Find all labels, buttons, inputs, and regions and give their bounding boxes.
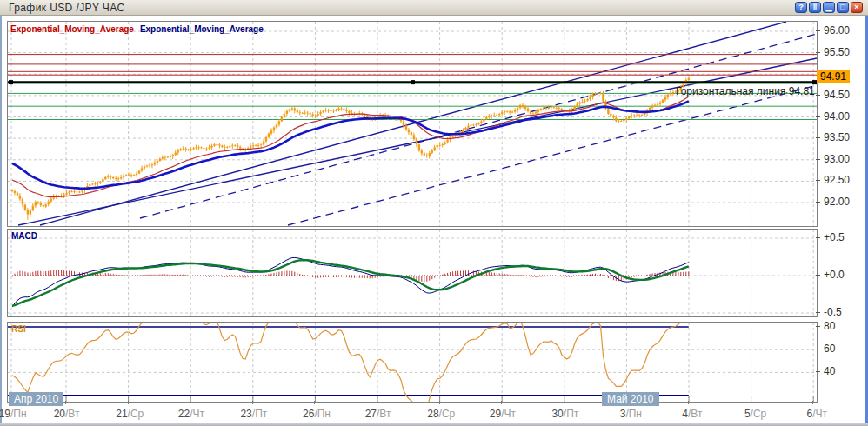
price-label-92.00: 92.00 [816,196,850,208]
macd-label-+0.0: +0.0 [816,269,845,281]
axis-tick-dash [816,116,820,117]
axis-tick-dash [816,275,820,276]
window-border-left [0,16,2,426]
macd-panel: MACD [7,229,818,317]
rsi-plot[interactable] [8,323,817,402]
time-label-19: 19/Пн [0,408,27,420]
time-label-3: 3/Пн [599,408,642,420]
time-axis-tick [128,401,129,404]
window-titlebar[interactable]: График USD /JPY ЧАС ?‖▁□× [0,0,868,16]
time-label-30: 30/Пт [537,408,578,420]
time-axis-tick [564,401,564,404]
time-label-26: 26/Пн [288,408,331,420]
time-axis-tick [252,401,253,404]
time-label-29: 29/Чт [475,408,516,420]
axis-tick-dash [816,237,820,238]
trading-app-window: { "window": { "title": "График USD /JPY … [0,0,868,426]
rsi-label-40: 40 [816,365,835,377]
close-button[interactable]: × [851,2,863,13]
price-label-96.00: 96.00 [816,24,850,37]
axis-tick-dash [816,326,820,327]
time-label-4: 4/Вт [662,408,702,420]
month-badge-apr: Апр 2010 [9,392,63,406]
month-badge-may: Май 2010 [602,392,659,406]
time-axis-tick [439,401,440,404]
axis-tick-dash [816,137,820,138]
minimize-button[interactable]: ▁ [823,2,835,13]
restore-button[interactable]: □ [837,2,849,13]
window-border-right [865,16,868,426]
axis-tick-dash [816,312,820,313]
macd-label--0.5: -0.5 [816,306,842,318]
macd-label-+0.5: +0.5 [816,231,845,243]
time-axis-tick [314,401,315,404]
time-label-23: 23/Пт [226,408,267,420]
price-label-95.50: 95.50 [816,46,850,58]
axis-tick-dash [816,30,820,31]
time-label-21: 21/Ср [102,408,144,420]
time-label-20: 20/Вт [39,408,79,420]
price-label-94.00: 94.00 [816,110,850,123]
price-label-93.00: 93.00 [816,153,850,165]
price-plot[interactable] [8,22,817,226]
time-axis-tick [688,401,689,404]
axis-tick-dash [816,180,820,181]
ema-fast-legend: Exponential_Moving_Average [10,24,134,34]
time-label-6: 6/Чт [786,408,827,420]
time-label-28: 28/Ср [413,408,456,420]
rsi-panel: RSI [7,322,818,403]
axis-tick-dash [816,95,820,96]
price-label-94.50: 94.50 [816,89,850,101]
axis-tick-dash [816,52,820,53]
time-axis-tick [751,401,751,404]
window-buttons: ?‖▁□× [795,2,863,13]
ema-legend: Exponential_Moving_AverageExponential_Mo… [10,24,264,34]
macd-plot[interactable] [8,230,817,316]
time-axis-tick [377,401,377,404]
time-axis-tick [812,401,813,404]
axis-tick-dash [816,371,820,372]
axis-tick-dash [816,159,820,160]
current-price-flag: 94.91 [817,70,850,83]
ema-slow-legend: Exponential_Moving_Average [140,24,264,34]
axis-tick-dash [816,202,820,203]
price-panel: Exponential_Moving_AverageExponential_Mo… [7,21,818,227]
time-axis-tick [65,401,66,404]
price-label-92.50: 92.50 [816,174,850,186]
window-border-bottom [0,423,868,426]
macd-label: MACD [11,231,37,241]
help-button[interactable]: ? [795,2,807,13]
time-label-22: 22/Чт [164,408,204,420]
window-title: График USD /JPY ЧАС [9,2,124,14]
rsi-label: RSI [11,324,26,334]
time-label-27: 27/Вт [351,408,391,420]
price-label-93.50: 93.50 [816,131,850,143]
horizontal-line-annotation: Горизонтальная линия 94.81 [676,85,815,97]
time-label-5: 5/Ср [724,408,767,420]
rsi-label-60: 60 [816,343,835,355]
pin-button[interactable]: ‖ [809,2,821,13]
time-axis-tick [190,401,190,404]
axis-tick-dash [816,349,820,349]
time-axis-tick [501,401,502,404]
rsi-label-80: 80 [816,320,835,332]
